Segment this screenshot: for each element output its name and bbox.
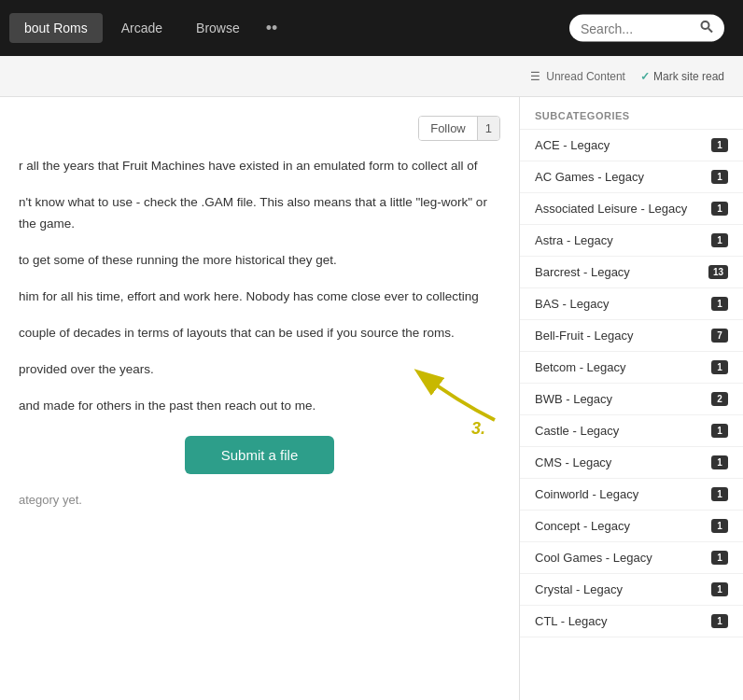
more-tabs-dots[interactable]: •• <box>259 15 286 42</box>
nav-tab-browse[interactable]: Browse <box>181 13 255 43</box>
subcategory-item-cms-legacy[interactable]: CMS - Legacy 1 <box>520 447 743 479</box>
paragraph-2: n't know what to use - check the .GAM fi… <box>19 192 500 235</box>
no-category-text: ategory yet. <box>19 493 500 507</box>
nav-tab-about-roms[interactable]: bout Roms <box>9 13 103 43</box>
subcategory-item-astra-legacy[interactable]: Astra - Legacy 1 <box>520 225 743 257</box>
follow-bar: Follow 1 <box>19 116 500 141</box>
paragraph-4: him for all his time, effort and work he… <box>19 287 500 308</box>
subcategory-item-ace-legacy[interactable]: ACE - Legacy 1 <box>520 130 743 161</box>
nav-tab-arcade[interactable]: Arcade <box>106 13 177 43</box>
follow-button[interactable]: Follow 1 <box>418 116 500 141</box>
subcategory-item-betcom-legacy[interactable]: Betcom - Legacy 1 <box>520 352 743 384</box>
svg-line-1 <box>708 29 712 33</box>
paragraph-5: couple of decades in terms of layouts th… <box>19 323 500 344</box>
search-bar <box>569 15 724 42</box>
submit-file-button[interactable]: Submit a file <box>185 436 334 474</box>
content-toolbar: ☰ Unread Content Mark site read <box>0 56 743 97</box>
subcategory-item-crystal-legacy[interactable]: Crystal - Legacy 1 <box>520 574 743 606</box>
subcategory-item-bell-fruit-legacy[interactable]: Bell-Fruit - Legacy 7 <box>520 320 743 352</box>
submit-section: Submit a file <box>19 436 500 474</box>
sidebar: SUBCATEGORIES ACE - Legacy 1 AC Games - … <box>519 97 743 700</box>
main-layout: Follow 1 r all the years that Fruit Mach… <box>0 97 743 700</box>
paragraph-7: and made for others in the past then rea… <box>19 396 500 417</box>
mark-site-read-link[interactable]: Mark site read <box>640 70 724 83</box>
subcategory-item-bwb-legacy[interactable]: BWB - Legacy 2 <box>520 384 743 415</box>
subcategory-item-barcrest-legacy[interactable]: Barcrest - Legacy 13 <box>520 257 743 288</box>
svg-point-0 <box>702 21 709 29</box>
top-navigation: bout Roms Arcade Browse •• <box>0 0 743 56</box>
unread-icon: ☰ <box>530 70 540 83</box>
content-area: Follow 1 r all the years that Fruit Mach… <box>0 97 519 700</box>
subcategory-item-associated-leisure-legacy[interactable]: Associated Leisure - Legacy 1 <box>520 193 743 225</box>
subcategory-item-concept-legacy[interactable]: Concept - Legacy 1 <box>520 511 743 542</box>
unread-content-link[interactable]: ☰ Unread Content <box>530 70 625 83</box>
paragraph-1: r all the years that Fruit Machines have… <box>19 156 500 177</box>
subcategory-item-ctl-legacy[interactable]: CTL - Legacy 1 <box>520 606 743 637</box>
subcategory-item-coinworld-legacy[interactable]: Coinworld - Legacy 1 <box>520 479 743 511</box>
subcategory-item-castle-legacy[interactable]: Castle - Legacy 1 <box>520 415 743 447</box>
search-input[interactable] <box>581 21 693 35</box>
search-icon <box>700 21 713 36</box>
subcategories-header: SUBCATEGORIES <box>520 97 743 130</box>
subcategory-item-ac-games-legacy[interactable]: AC Games - Legacy 1 <box>520 161 743 193</box>
paragraph-6: provided over the years. <box>19 359 500 381</box>
paragraph-3: to get some of these running the more hi… <box>19 250 500 272</box>
subcategory-item-cool-games-legacy[interactable]: Cool Games - Legacy 1 <box>520 542 743 574</box>
subcategory-item-bas-legacy[interactable]: BAS - Legacy 1 <box>520 288 743 320</box>
